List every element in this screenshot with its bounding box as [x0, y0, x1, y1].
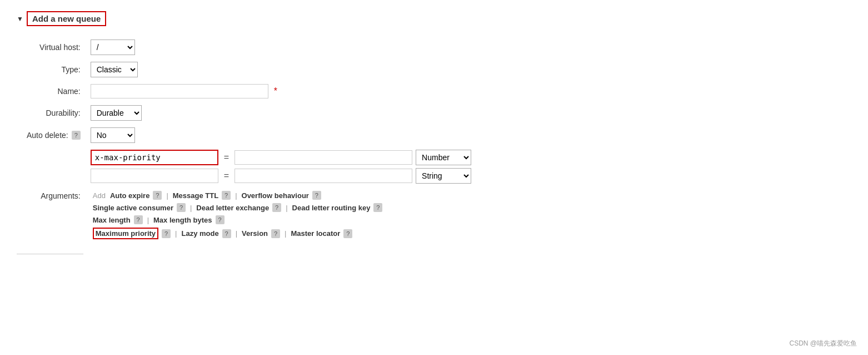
overflow-behaviour-link[interactable]: Overflow behaviour	[242, 191, 309, 200]
type-row: Type: Classic Quorum Stream	[22, 58, 476, 81]
watermark: CSDN @喵先森爱吃鱼	[789, 339, 857, 348]
max-length-bytes-link[interactable]: Max length bytes	[153, 216, 212, 224]
name-input-cell: *	[86, 81, 476, 102]
auto-delete-select[interactable]: No Yes	[91, 127, 135, 143]
arg2-equals: =	[222, 171, 231, 181]
arg2-type-select[interactable]: String Number Boolean List Float	[416, 168, 471, 184]
auto-delete-input-cell: No Yes	[86, 124, 476, 146]
name-row: Name: *	[22, 81, 476, 102]
durability-row: Durability: Durable Transient	[22, 102, 476, 124]
sep1: |	[166, 191, 168, 200]
arg1-key-input[interactable]	[91, 150, 218, 165]
sep8: |	[285, 229, 286, 238]
arguments-row: Arguments: = Number String Boolean List …	[22, 146, 476, 243]
quick-links-section: Add Auto expire ? | Message TTL ? | Over…	[93, 191, 471, 239]
sep2: |	[235, 191, 237, 200]
auto-expire-help[interactable]: ?	[153, 191, 162, 200]
arg1-value-input[interactable]	[235, 150, 412, 165]
name-label: Name:	[22, 81, 86, 102]
auto-delete-label: Auto delete:	[27, 131, 68, 140]
max-length-link[interactable]: Max length	[93, 216, 131, 224]
name-input[interactable]	[91, 84, 268, 98]
quick-links-row1: Add Auto expire ? | Message TTL ? | Over…	[93, 191, 471, 200]
arguments-input-cell: = Number String Boolean List Float	[86, 146, 476, 243]
maximum-priority-help[interactable]: ?	[162, 229, 171, 238]
collapse-arrow[interactable]: ▼	[17, 15, 23, 23]
auto-delete-help-badge[interactable]: ?	[72, 131, 81, 140]
virtual-host-label: Virtual host:	[22, 36, 86, 58]
single-active-consumer-help[interactable]: ?	[177, 203, 186, 212]
overflow-behaviour-help[interactable]: ?	[312, 191, 321, 200]
auto-expire-link[interactable]: Auto expire	[110, 191, 150, 200]
durability-input-cell: Durable Transient	[86, 102, 476, 124]
durability-label: Durability:	[22, 102, 86, 124]
dead-letter-routing-key-link[interactable]: Dead letter routing key	[292, 204, 371, 212]
arg2-key-input[interactable]	[91, 169, 218, 183]
quick-links-row2: Single active consumer ? | Dead letter e…	[93, 203, 471, 212]
virtual-host-row: Virtual host: /	[22, 36, 476, 58]
type-input-cell: Classic Quorum Stream	[86, 58, 476, 81]
maximum-priority-link[interactable]: Maximum priority	[93, 228, 158, 239]
sep4: |	[286, 204, 287, 212]
arg1-type-select[interactable]: Number String Boolean List Float	[416, 150, 471, 165]
divider	[17, 254, 83, 254]
version-link[interactable]: Version	[242, 229, 268, 238]
arg1-equals: =	[222, 152, 231, 162]
lazy-mode-help[interactable]: ?	[222, 229, 231, 238]
dead-letter-exchange-link[interactable]: Dead letter exchange	[196, 204, 269, 212]
virtual-host-input-cell: /	[86, 36, 476, 58]
name-required-star: *	[274, 86, 277, 96]
durability-select[interactable]: Durable Transient	[91, 105, 142, 121]
sep5: |	[147, 216, 149, 224]
dead-letter-routing-key-help[interactable]: ?	[373, 203, 382, 212]
type-label: Type:	[22, 58, 86, 81]
master-locator-link[interactable]: Master locator	[291, 229, 340, 238]
lazy-mode-link[interactable]: Lazy mode	[181, 229, 218, 238]
version-help[interactable]: ?	[271, 229, 280, 238]
sep3: |	[190, 204, 192, 212]
arg-row-2: = String Number Boolean List Float	[91, 168, 471, 184]
add-label: Add	[93, 191, 106, 200]
message-ttl-help[interactable]: ?	[222, 191, 231, 200]
form-table: Virtual host: / Type: Classic Quorum Str…	[22, 36, 476, 243]
page-container: ▼ Add a new queue Virtual host: / Type: …	[0, 0, 868, 355]
dead-letter-exchange-help[interactable]: ?	[272, 203, 281, 212]
message-ttl-link[interactable]: Message TTL	[173, 191, 218, 200]
sep6: |	[175, 229, 177, 238]
arg2-value-input[interactable]	[235, 169, 412, 183]
sep7: |	[236, 229, 237, 238]
single-active-consumer-link[interactable]: Single active consumer	[93, 204, 173, 212]
section-title: Add a new queue	[27, 11, 106, 26]
quick-links-row3: Max length ? | Max length bytes ?	[93, 215, 471, 224]
quick-links-row4: Maximum priority ? | Lazy mode ? | Versi…	[93, 228, 471, 239]
auto-delete-label-cell: Auto delete: ?	[22, 124, 86, 146]
arguments-label: Arguments:	[22, 146, 86, 243]
type-select[interactable]: Classic Quorum Stream	[91, 62, 138, 77]
max-length-bytes-help[interactable]: ?	[216, 215, 225, 224]
arg-row-1: = Number String Boolean List Float	[91, 150, 471, 165]
virtual-host-select[interactable]: /	[91, 40, 135, 55]
max-length-help[interactable]: ?	[134, 215, 143, 224]
auto-delete-row: Auto delete: ? No Yes	[22, 124, 476, 146]
arguments-container: = Number String Boolean List Float	[91, 150, 471, 239]
section-header: ▼ Add a new queue	[17, 11, 851, 26]
master-locator-help[interactable]: ?	[343, 229, 352, 238]
